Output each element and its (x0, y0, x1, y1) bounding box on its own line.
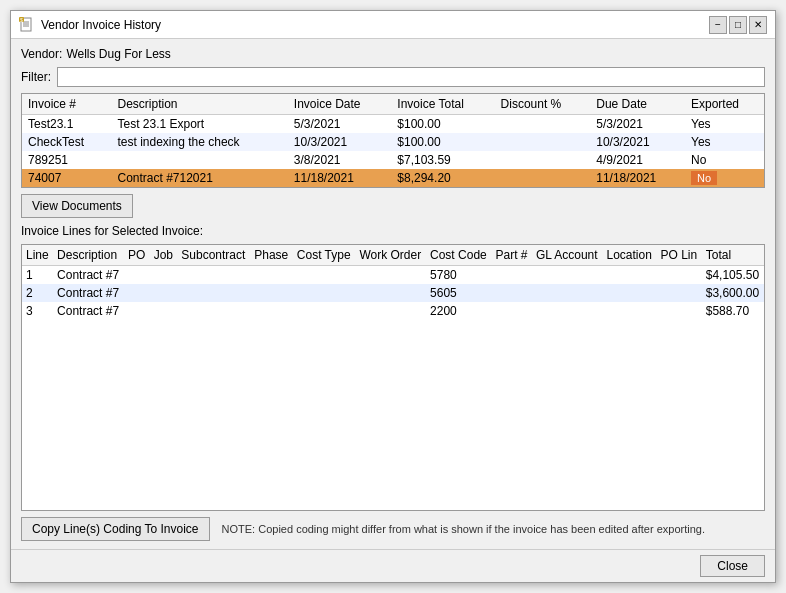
line-cell: 5780 (426, 266, 492, 285)
line-cell (355, 302, 426, 320)
invoice-cell: 4/9/2021 (590, 151, 685, 169)
lines-table-wrapper: Line Description PO Job Subcontract Phas… (21, 244, 765, 511)
close-window-button[interactable]: ✕ (749, 16, 767, 34)
invoice-cell: 11/18/2021 (590, 169, 685, 187)
minimize-button[interactable]: − (709, 16, 727, 34)
filter-label: Filter: (21, 70, 51, 84)
line-cell: 3 (22, 302, 53, 320)
view-docs-row: View Documents (21, 194, 765, 218)
line-cell (492, 284, 533, 302)
invoice-cell: 5/3/2021 (590, 115, 685, 134)
lines-table-row[interactable]: 2Contract #75605$3,600.00 (22, 284, 764, 302)
col-line-phase: Phase (250, 245, 293, 266)
col-line-total: Total (702, 245, 764, 266)
line-cell (177, 284, 250, 302)
col-invoice-total: Invoice Total (391, 94, 494, 115)
line-cell (532, 302, 602, 320)
title-buttons: − □ ✕ (709, 16, 767, 34)
line-cell (124, 284, 150, 302)
lines-table-row[interactable]: 3Contract #72200$588.70 (22, 302, 764, 320)
line-cell: 2200 (426, 302, 492, 320)
title-bar-left: $ Vendor Invoice History (19, 17, 161, 33)
invoice-table-row[interactable]: Test23.1Test 23.1 Export5/3/2021$100.005… (22, 115, 764, 134)
line-cell (124, 266, 150, 285)
col-line-po: PO (124, 245, 150, 266)
window-body: Vendor: Wells Dug For Less Filter: Invoi… (11, 39, 775, 549)
line-cell (124, 302, 150, 320)
invoice-cell: 10/3/2021 (590, 133, 685, 151)
col-line-costcode: Cost Code (426, 245, 492, 266)
view-documents-button[interactable]: View Documents (21, 194, 133, 218)
maximize-button[interactable]: □ (729, 16, 747, 34)
invoice-table-body: Test23.1Test 23.1 Export5/3/2021$100.005… (22, 115, 764, 188)
line-cell (532, 266, 602, 285)
col-line-location: Location (602, 245, 656, 266)
lines-table-body: 1Contract #75780$4,105.502Contract #7560… (22, 266, 764, 321)
col-line-glaccount: GL Account (532, 245, 602, 266)
line-cell (293, 302, 356, 320)
invoice-cell: 3/8/2021 (288, 151, 392, 169)
col-line-polin: PO Lin (657, 245, 702, 266)
invoice-table-row[interactable]: 74007Contract #71202111/18/2021$8,294.20… (22, 169, 764, 187)
invoice-cell (495, 151, 591, 169)
line-cell: Contract #7 (53, 284, 124, 302)
line-cell: 2 (22, 284, 53, 302)
lines-table: Line Description PO Job Subcontract Phas… (22, 245, 764, 320)
title-bar: $ Vendor Invoice History − □ ✕ (11, 11, 775, 39)
line-cell (177, 302, 250, 320)
filter-row: Filter: (21, 67, 765, 87)
line-cell (492, 302, 533, 320)
invoice-cell (495, 115, 591, 134)
footer-row: Copy Line(s) Coding To Invoice NOTE: Cop… (21, 517, 765, 541)
invoice-cell (495, 133, 591, 151)
col-due-date: Due Date (590, 94, 685, 115)
invoice-cell: 11/18/2021 (288, 169, 392, 187)
invoice-cell: 789251 (22, 151, 111, 169)
invoice-cell: $100.00 (391, 115, 494, 134)
col-invoice-date: Invoice Date (288, 94, 392, 115)
invoice-cell: Test23.1 (22, 115, 111, 134)
vendor-row: Vendor: Wells Dug For Less (21, 47, 765, 61)
col-line-job: Job (150, 245, 178, 266)
line-cell (250, 266, 293, 285)
line-cell: $588.70 (702, 302, 764, 320)
invoice-cell: $100.00 (391, 133, 494, 151)
line-cell: Contract #7 (53, 302, 124, 320)
invoice-table: Invoice # Description Invoice Date Invoi… (22, 94, 764, 187)
line-cell (355, 266, 426, 285)
exported-cell: No (685, 169, 764, 187)
invoice-cell: 74007 (22, 169, 111, 187)
line-cell (250, 302, 293, 320)
invoice-cell (111, 151, 287, 169)
bottom-bar: Close (11, 549, 775, 582)
invoice-table-row[interactable]: CheckTesttest indexing the check10/3/202… (22, 133, 764, 151)
lines-table-row[interactable]: 1Contract #75780$4,105.50 (22, 266, 764, 285)
main-window: $ Vendor Invoice History − □ ✕ Vendor: W… (10, 10, 776, 583)
invoice-cell: CheckTest (22, 133, 111, 151)
invoice-cell: test indexing the check (111, 133, 287, 151)
copy-coding-button[interactable]: Copy Line(s) Coding To Invoice (21, 517, 210, 541)
invoice-table-row[interactable]: 7892513/8/2021$7,103.594/9/2021No (22, 151, 764, 169)
line-cell: 5605 (426, 284, 492, 302)
invoice-cell: $8,294.20 (391, 169, 494, 187)
window-title: Vendor Invoice History (41, 18, 161, 32)
no-badge: No (691, 171, 717, 185)
close-button[interactable]: Close (700, 555, 765, 577)
line-cell (602, 266, 656, 285)
col-description: Description (111, 94, 287, 115)
line-cell: 1 (22, 266, 53, 285)
col-line: Line (22, 245, 53, 266)
invoice-cell: $7,103.59 (391, 151, 494, 169)
line-cell (177, 266, 250, 285)
col-discount: Discount % (495, 94, 591, 115)
invoice-table-header: Invoice # Description Invoice Date Invoi… (22, 94, 764, 115)
invoice-cell: Contract #712021 (111, 169, 287, 187)
invoice-cell (495, 169, 591, 187)
line-cell: Contract #7 (53, 266, 124, 285)
line-cell (150, 284, 178, 302)
exported-cell: Yes (685, 133, 764, 151)
filter-input[interactable] (57, 67, 765, 87)
col-line-partnum: Part # (492, 245, 533, 266)
col-line-costtype: Cost Type (293, 245, 356, 266)
line-cell (657, 284, 702, 302)
